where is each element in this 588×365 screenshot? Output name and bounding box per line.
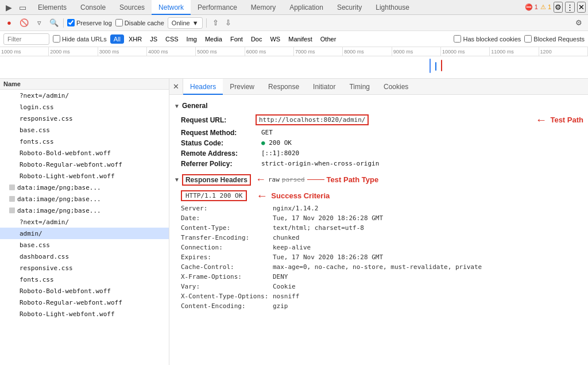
chevron-down-icon: ▼ — [192, 20, 199, 26]
success-criteria-label: Success Criteria — [271, 191, 330, 200]
more-icon[interactable]: ⋮ — [565, 2, 575, 13]
list-item[interactable]: data:image/png;base... — [0, 182, 169, 193]
content-type-key: Content-Type: — [181, 224, 273, 232]
blocked-requests-label[interactable]: Blocked Requests — [524, 35, 585, 43]
filter-doc-button[interactable]: Doc — [247, 34, 266, 44]
test-path-label: Test Path — [550, 116, 583, 124]
general-section-header[interactable]: ▼ General — [174, 102, 583, 110]
list-item[interactable]: base.css — [0, 124, 169, 136]
has-blocked-cookies-label[interactable]: Has blocked cookies — [454, 35, 521, 43]
transfer-encoding-key: Transfer-Encoding: — [181, 234, 273, 241]
tab-timing[interactable]: Timing — [342, 79, 377, 95]
export-button[interactable]: ⇩ — [223, 17, 234, 29]
hide-data-urls-checkbox[interactable] — [53, 35, 60, 43]
tick-2: 2000 ms — [49, 47, 98, 56]
tab-application[interactable]: Application — [283, 0, 330, 15]
list-item[interactable]: base.css — [0, 239, 169, 251]
x-frame-options-val: DENY — [273, 273, 288, 281]
list-item[interactable]: fonts.css — [0, 274, 169, 285]
response-headers-title-area[interactable]: ▼ Response Headers — [174, 174, 251, 186]
filter-manifest-button[interactable]: Manifest — [285, 34, 316, 44]
tab-initiator[interactable]: Initiator — [306, 79, 342, 95]
panel-close-button[interactable]: ✕ — [169, 79, 183, 95]
tick-3: 3000 ms — [98, 47, 147, 56]
response-vary-row: Vary: Cookie — [174, 282, 583, 291]
filter-font-button[interactable]: Font — [227, 34, 246, 44]
inspect-icon[interactable]: ▶ — [2, 1, 15, 14]
tab-elements[interactable]: Elements — [31, 0, 74, 15]
tab-response[interactable]: Response — [261, 79, 306, 95]
timeline[interactable]: 1000 ms 2000 ms 3000 ms 4000 ms 5000 ms … — [0, 47, 588, 79]
disable-cache-checkbox[interactable] — [115, 19, 123, 26]
settings-icon[interactable]: ⚙ — [554, 2, 563, 13]
list-item[interactable]: data:image/png;base... — [0, 193, 169, 205]
list-item[interactable]: Roboto-Bold-webfont.woff — [0, 147, 169, 159]
filter-all-button[interactable]: All — [110, 34, 124, 44]
tab-lighthouse[interactable]: Lighthouse — [369, 0, 416, 15]
file-icon — [9, 172, 17, 180]
tab-bar-right: ⛔ 1 ⚠ 1 ⚙ ⋮ ✕ — [525, 2, 588, 13]
file-list: Name ?next=/admin/ login.css responsive.… — [0, 79, 169, 365]
file-icon — [9, 91, 17, 99]
http-status-highlight: HTTP/1.1 200 OK — [181, 190, 247, 201]
blocked-requests-checkbox[interactable] — [524, 35, 532, 43]
throttle-dropdown[interactable]: Online ▼ — [168, 17, 203, 29]
file-icon — [9, 103, 17, 111]
tab-memory[interactable]: Memory — [244, 0, 283, 15]
settings-network-icon[interactable]: ⚙ — [573, 17, 585, 29]
record-button[interactable]: ● — [3, 17, 15, 29]
preserve-log-checkbox[interactable] — [67, 19, 75, 26]
preserve-log-label[interactable]: Preserve log — [67, 19, 112, 26]
file-icon — [9, 310, 17, 318]
list-item[interactable]: dashboard.css — [0, 251, 169, 262]
file-name: data:image/png;base... — [17, 184, 101, 191]
device-icon[interactable]: ▭ — [16, 1, 29, 14]
list-item[interactable]: Roboto-Regular-webfont.woff — [0, 159, 169, 170]
tab-performance[interactable]: Performance — [191, 0, 244, 15]
file-name: fonts.css — [20, 276, 54, 283]
tab-cookies[interactable]: Cookies — [377, 79, 415, 95]
response-headers-section: ▼ Response Headers ← raw parsed Test Pat… — [174, 174, 583, 311]
import-button[interactable]: ⇧ — [210, 17, 222, 29]
filter-toggle-button[interactable]: ▿ — [33, 17, 45, 29]
list-item[interactable]: data:image/png;base... — [0, 205, 169, 216]
clear-button[interactable]: 🚫 — [18, 17, 30, 29]
right-panel: ✕ Headers Preview Response Initiator Tim… — [169, 79, 588, 365]
list-item[interactable]: responsive.css — [0, 113, 169, 124]
tab-sources[interactable]: Sources — [113, 0, 152, 15]
file-icon — [9, 229, 17, 237]
filter-input[interactable] — [3, 33, 49, 45]
timeline-graph[interactable] — [0, 56, 588, 79]
filter-img-button[interactable]: Img — [183, 34, 200, 44]
hide-data-urls-label[interactable]: Hide data URLs — [53, 35, 107, 43]
list-item[interactable]: Roboto-Bold-webfont.woff — [0, 285, 169, 297]
filter-ws-button[interactable]: WS — [266, 34, 284, 44]
filter-css-button[interactable]: CSS — [162, 34, 182, 44]
response-server-row: Server: nginx/1.14.2 — [174, 203, 583, 213]
tab-security[interactable]: Security — [330, 0, 369, 15]
filter-xhr-button[interactable]: XHR — [125, 34, 145, 44]
list-item[interactable]: Roboto-Regular-webfont.woff — [0, 297, 169, 308]
list-item[interactable]: ?next=/admin/ — [0, 216, 169, 228]
test-path-type-label: Test Path Type — [327, 175, 379, 184]
search-button[interactable]: 🔍 — [48, 17, 60, 29]
tab-headers[interactable]: Headers — [183, 79, 223, 95]
tab-network[interactable]: Network — [152, 0, 191, 15]
list-item[interactable]: ?next=/admin/ — [0, 90, 169, 101]
file-icon — [9, 126, 17, 134]
list-item[interactable]: Roboto-Light-webfont.woff — [0, 170, 169, 182]
filter-other-button[interactable]: Other — [317, 34, 340, 44]
filter-media-button[interactable]: Media — [202, 34, 226, 44]
list-item[interactable]: login.css — [0, 101, 169, 113]
tab-preview[interactable]: Preview — [223, 79, 261, 95]
filter-js-button[interactable]: JS — [146, 34, 161, 44]
list-item[interactable]: responsive.css — [0, 262, 169, 274]
list-item-selected[interactable]: admin/ — [0, 228, 169, 239]
file-icon — [9, 114, 17, 122]
disable-cache-label[interactable]: Disable cache — [115, 19, 164, 26]
list-item[interactable]: Roboto-Light-webfont.woff — [0, 308, 169, 320]
list-item[interactable]: fonts.css — [0, 136, 169, 147]
close-icon[interactable]: ✕ — [577, 2, 586, 13]
has-blocked-cookies-checkbox[interactable] — [454, 35, 461, 43]
tab-console[interactable]: Console — [74, 0, 113, 15]
